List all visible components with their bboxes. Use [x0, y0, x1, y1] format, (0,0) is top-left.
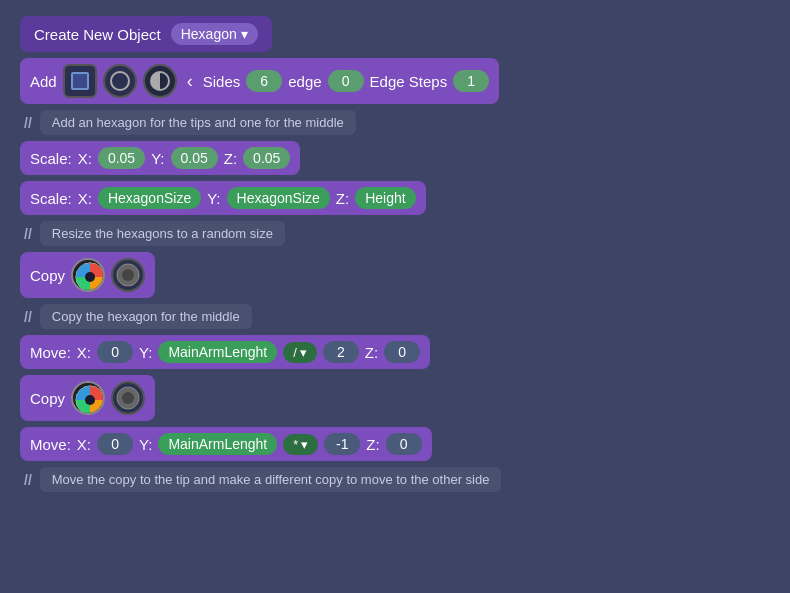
nav-left-arrow[interactable]: ‹	[183, 71, 197, 92]
copy1-label: Copy	[30, 267, 65, 284]
scale2-x-label: X:	[78, 190, 92, 207]
move1-z-value[interactable]: 0	[384, 341, 420, 363]
scale1-label: Scale:	[30, 150, 72, 167]
move1-divisor[interactable]: 2	[323, 341, 359, 363]
add-label: Add	[30, 73, 57, 90]
copy2-gray-icon[interactable]	[111, 381, 145, 415]
comment1-bubble[interactable]: Add an hexagon for the tips and one for …	[40, 110, 356, 135]
shape-square-icon[interactable]	[63, 64, 97, 98]
copy1-block: Copy	[20, 252, 155, 298]
comment4-bubble[interactable]: Move the copy to the tip and make a diff…	[40, 467, 502, 492]
move1-block: Move: X: 0 Y: MainArmLenght / ▾ 2 Z: 0	[20, 335, 430, 369]
edge-steps-label: Edge Steps	[370, 73, 448, 90]
comment4-prefix: //	[24, 472, 32, 488]
svg-point-9	[122, 392, 134, 404]
edge-label: edge	[288, 73, 321, 90]
copy2-block: Copy	[20, 375, 155, 421]
move1-z-label: Z:	[365, 344, 378, 361]
scale2-z-label: Z:	[336, 190, 349, 207]
scale1-x-value[interactable]: 0.05	[98, 147, 145, 169]
scale1-z-value[interactable]: 0.05	[243, 147, 290, 169]
move1-y-label: Y:	[139, 344, 152, 361]
sides-value[interactable]: 6	[246, 70, 282, 92]
move2-x-value[interactable]: 0	[97, 433, 133, 455]
sides-label: Sides	[203, 73, 241, 90]
edge-value[interactable]: 0	[328, 70, 364, 92]
copy1-rainbow-icon[interactable]	[71, 258, 105, 292]
copy1-gray-icon[interactable]	[111, 258, 145, 292]
move1-x-value[interactable]: 0	[97, 341, 133, 363]
scale1-x-label: X:	[78, 150, 92, 167]
svg-point-4	[122, 269, 134, 281]
copy2-rainbow-icon[interactable]	[71, 381, 105, 415]
scale2-y-label: Y:	[207, 190, 220, 207]
scale1-z-label: Z:	[224, 150, 237, 167]
move2-label: Move:	[30, 436, 71, 453]
comment2-prefix: //	[24, 226, 32, 242]
hexagon-dropdown[interactable]: Hexagon ▾	[171, 23, 258, 45]
comment3-prefix: //	[24, 309, 32, 325]
comment3-bubble[interactable]: Copy the hexagon for the middle	[40, 304, 252, 329]
create-new-object-block[interactable]: Create New Object Hexagon ▾	[20, 16, 272, 52]
comment1-row: // Add an hexagon for the tips and one f…	[20, 110, 770, 135]
scale2-z-value[interactable]: Height	[355, 187, 415, 209]
copy2-label: Copy	[30, 390, 65, 407]
scale2-block: Scale: X: HexagonSize Y: HexagonSize Z: …	[20, 181, 426, 215]
comment3-row: // Copy the hexagon for the middle	[20, 304, 770, 329]
svg-point-7	[85, 395, 95, 405]
move1-label: Move:	[30, 344, 71, 361]
move2-z-value[interactable]: 0	[386, 433, 422, 455]
shape-half-circle-icon[interactable]	[143, 64, 177, 98]
move2-z-label: Z:	[366, 436, 379, 453]
comment1-prefix: //	[24, 115, 32, 131]
scale1-y-value[interactable]: 0.05	[171, 147, 218, 169]
scale1-y-label: Y:	[151, 150, 164, 167]
add-block: Add ‹ Sides 6 edge 0 Edge Steps 1	[20, 58, 499, 104]
comment2-bubble[interactable]: Resize the hexagons to a random size	[40, 221, 285, 246]
move2-x-label: X:	[77, 436, 91, 453]
move2-block: Move: X: 0 Y: MainArmLenght * ▾ -1 Z: 0	[20, 427, 432, 461]
scale1-block: Scale: X: 0.05 Y: 0.05 Z: 0.05	[20, 141, 300, 175]
shape-circle-icon[interactable]	[103, 64, 137, 98]
comment4-row: // Move the copy to the tip and make a d…	[20, 467, 770, 492]
scale2-y-value[interactable]: HexagonSize	[227, 187, 330, 209]
svg-point-2	[85, 272, 95, 282]
move1-op[interactable]: / ▾	[283, 342, 317, 363]
move2-op[interactable]: * ▾	[283, 434, 318, 455]
move2-y-label: Y:	[139, 436, 152, 453]
create-new-object-label: Create New Object	[34, 26, 161, 43]
move2-y-value[interactable]: MainArmLenght	[158, 433, 277, 455]
move1-y-value[interactable]: MainArmLenght	[158, 341, 277, 363]
move1-x-label: X:	[77, 344, 91, 361]
scale2-label: Scale:	[30, 190, 72, 207]
comment2-row: // Resize the hexagons to a random size	[20, 221, 770, 246]
move2-multiplier[interactable]: -1	[324, 433, 360, 455]
edge-steps-value[interactable]: 1	[453, 70, 489, 92]
scale2-x-value[interactable]: HexagonSize	[98, 187, 201, 209]
